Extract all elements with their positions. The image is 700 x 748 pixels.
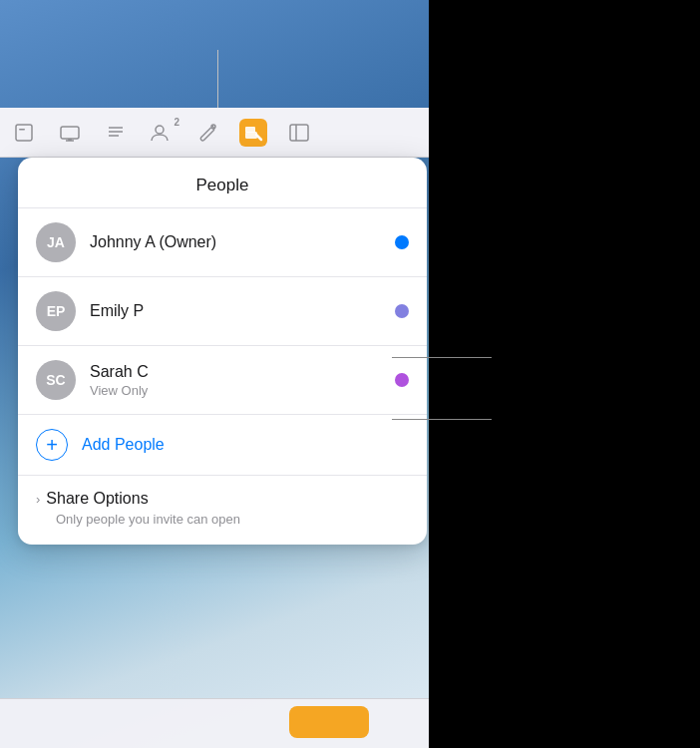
annotation-line-sarah bbox=[392, 419, 492, 420]
person-row[interactable]: JA Johnny A (Owner) bbox=[18, 208, 427, 277]
share-options-row[interactable]: › Share Options Only people you invite c… bbox=[18, 476, 427, 545]
popup-title: People bbox=[18, 158, 427, 208]
people-badge: 2 bbox=[174, 117, 179, 128]
background-dark bbox=[429, 0, 700, 748]
share-options-label: Share Options bbox=[46, 490, 148, 508]
person-row-emily[interactable]: EP Emily P bbox=[18, 277, 427, 346]
person-info-sarah: Sarah C View Only bbox=[90, 363, 395, 398]
add-people-label: Add People bbox=[82, 436, 165, 454]
person-info-johnny: Johnny A (Owner) bbox=[90, 233, 395, 251]
status-dot-sarah bbox=[395, 373, 409, 387]
hammer-icon[interactable] bbox=[239, 119, 267, 147]
svg-rect-1 bbox=[19, 129, 25, 131]
person-row-sarah[interactable]: SC Sarah C View Only bbox=[18, 346, 427, 415]
pages-icon[interactable] bbox=[10, 119, 38, 147]
annotation-line-emily bbox=[392, 357, 492, 358]
avatar-johnny: JA bbox=[36, 222, 76, 262]
svg-rect-2 bbox=[61, 127, 79, 139]
people-popup: People JA Johnny A (Owner) EP Emily P SC… bbox=[18, 158, 427, 545]
slides-icon[interactable] bbox=[56, 119, 84, 147]
svg-rect-0 bbox=[16, 125, 32, 141]
status-dot-johnny bbox=[395, 235, 409, 249]
share-options-subtitle: Only people you invite can open bbox=[36, 512, 409, 527]
connector-line bbox=[217, 50, 218, 108]
toolbar: 2 bbox=[0, 108, 429, 158]
share-options-title: › Share Options bbox=[36, 490, 409, 508]
add-people-plus-icon: + bbox=[46, 435, 58, 455]
add-people-circle: + bbox=[36, 429, 68, 461]
person-subtitle-sarah: View Only bbox=[90, 383, 395, 398]
text-icon[interactable] bbox=[102, 119, 130, 147]
people-icon[interactable]: 2 bbox=[148, 119, 175, 147]
share-chevron-icon: › bbox=[36, 492, 40, 507]
person-name-johnny: Johnny A (Owner) bbox=[90, 233, 395, 251]
status-dot-emily bbox=[395, 304, 409, 318]
svg-rect-11 bbox=[245, 127, 255, 133]
svg-rect-13 bbox=[290, 125, 308, 141]
person-name-emily: Emily P bbox=[90, 302, 395, 320]
bottom-orange-button[interactable] bbox=[289, 706, 369, 738]
add-people-row[interactable]: + Add People bbox=[18, 415, 427, 476]
svg-line-12 bbox=[256, 135, 261, 140]
avatar-sarah: SC bbox=[36, 360, 76, 400]
person-name-sarah: Sarah C bbox=[90, 363, 395, 381]
sidebar-icon[interactable] bbox=[285, 119, 313, 147]
avatar-emily: EP bbox=[36, 291, 76, 331]
wrench-icon[interactable] bbox=[193, 119, 221, 147]
person-info-emily: Emily P bbox=[90, 302, 395, 320]
svg-point-8 bbox=[156, 126, 164, 134]
